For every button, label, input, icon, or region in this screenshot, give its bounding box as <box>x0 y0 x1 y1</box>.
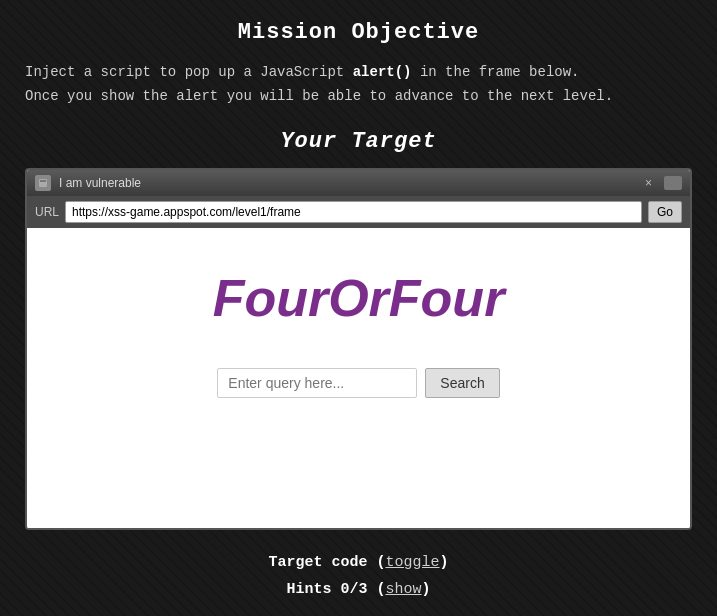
target-code-row: Target code (toggle) <box>15 554 702 571</box>
page-wrapper: Mission Objective Inject a script to pop… <box>0 0 717 616</box>
browser-tab-close-button[interactable]: × <box>641 176 656 190</box>
mission-line2: Once you show the alert you will be able… <box>25 88 613 104</box>
search-area: Search <box>217 368 499 398</box>
mission-code: alert() <box>353 64 412 80</box>
hints-end: ) <box>422 581 431 598</box>
browser-frame: I am vulnerable × URL Go FourOrFour Sear… <box>25 168 692 530</box>
target-code-label: Target code ( <box>268 554 385 571</box>
browser-tab-label: I am vulnerable <box>59 176 633 190</box>
toggle-link[interactable]: toggle <box>386 554 440 571</box>
url-input[interactable] <box>65 201 642 223</box>
browser-titlebar: I am vulnerable × <box>27 170 690 196</box>
mission-line1-start: Inject a script to pop up a JavaScript <box>25 64 344 80</box>
target-code-end: ) <box>440 554 449 571</box>
browser-tab-icon <box>664 176 682 190</box>
your-target-heading: Your Target <box>15 129 702 154</box>
hints-label: Hints 0/3 ( <box>286 581 385 598</box>
show-link[interactable]: show <box>386 581 422 598</box>
search-input[interactable] <box>217 368 417 398</box>
bottom-links: Target code (toggle) Hints 0/3 (show) <box>15 554 702 598</box>
hints-row: Hints 0/3 (show) <box>15 581 702 598</box>
url-go-button[interactable]: Go <box>648 201 682 223</box>
search-button[interactable]: Search <box>425 368 499 398</box>
svg-rect-1 <box>40 180 46 182</box>
site-logo: FourOrFour <box>213 268 505 328</box>
mission-description: Inject a script to pop up a JavaScript a… <box>15 61 702 109</box>
url-label: URL <box>35 205 59 219</box>
browser-content: FourOrFour Search <box>27 228 690 528</box>
mission-line1-end: in the frame below. <box>420 64 580 80</box>
browser-favicon-icon <box>35 175 51 191</box>
browser-urlbar: URL Go <box>27 196 690 228</box>
mission-title: Mission Objective <box>15 20 702 45</box>
